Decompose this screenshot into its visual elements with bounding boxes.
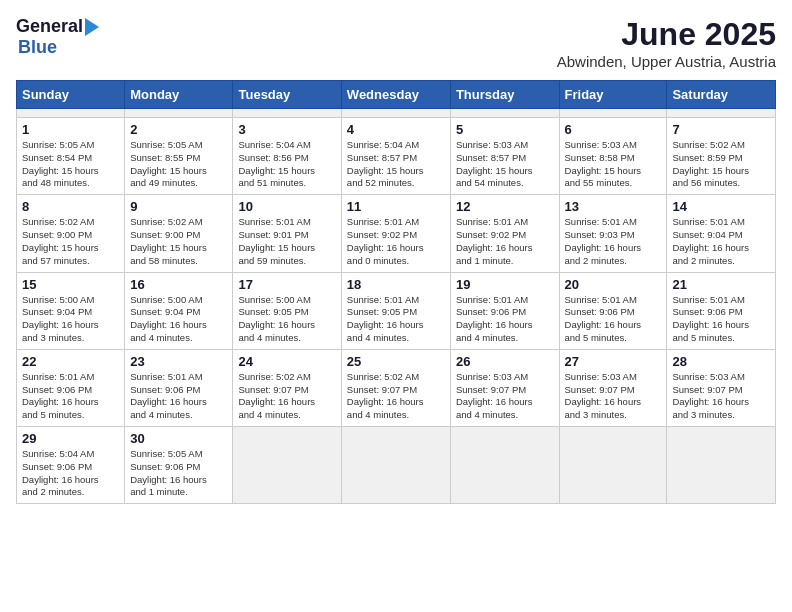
calendar-cell: 21Sunrise: 5:01 AM Sunset: 9:06 PM Dayli… xyxy=(667,272,776,349)
day-info: Sunrise: 5:01 AM Sunset: 9:02 PM Dayligh… xyxy=(456,216,554,267)
calendar-table: SundayMondayTuesdayWednesdayThursdayFrid… xyxy=(16,80,776,504)
calendar-cell xyxy=(341,109,450,118)
calendar-cell xyxy=(559,427,667,504)
calendar-cell xyxy=(341,427,450,504)
day-info: Sunrise: 5:02 AM Sunset: 8:59 PM Dayligh… xyxy=(672,139,770,190)
calendar-cell: 6Sunrise: 5:03 AM Sunset: 8:58 PM Daylig… xyxy=(559,118,667,195)
day-info: Sunrise: 5:00 AM Sunset: 9:04 PM Dayligh… xyxy=(130,294,227,345)
day-info: Sunrise: 5:01 AM Sunset: 9:02 PM Dayligh… xyxy=(347,216,445,267)
calendar-header-friday: Friday xyxy=(559,81,667,109)
day-number: 27 xyxy=(565,354,662,369)
day-number: 17 xyxy=(238,277,335,292)
calendar-cell xyxy=(233,427,341,504)
day-number: 26 xyxy=(456,354,554,369)
day-info: Sunrise: 5:00 AM Sunset: 9:05 PM Dayligh… xyxy=(238,294,335,345)
calendar-cell: 25Sunrise: 5:02 AM Sunset: 9:07 PM Dayli… xyxy=(341,349,450,426)
day-info: Sunrise: 5:01 AM Sunset: 9:01 PM Dayligh… xyxy=(238,216,335,267)
calendar-cell xyxy=(125,109,233,118)
day-info: Sunrise: 5:05 AM Sunset: 8:55 PM Dayligh… xyxy=(130,139,227,190)
day-number: 8 xyxy=(22,199,119,214)
calendar-cell: 7Sunrise: 5:02 AM Sunset: 8:59 PM Daylig… xyxy=(667,118,776,195)
day-info: Sunrise: 5:01 AM Sunset: 9:06 PM Dayligh… xyxy=(456,294,554,345)
calendar-week-1: 1Sunrise: 5:05 AM Sunset: 8:54 PM Daylig… xyxy=(17,118,776,195)
day-number: 3 xyxy=(238,122,335,137)
calendar-header-tuesday: Tuesday xyxy=(233,81,341,109)
calendar-cell: 24Sunrise: 5:02 AM Sunset: 9:07 PM Dayli… xyxy=(233,349,341,426)
day-info: Sunrise: 5:02 AM Sunset: 9:00 PM Dayligh… xyxy=(130,216,227,267)
day-number: 14 xyxy=(672,199,770,214)
calendar-header-saturday: Saturday xyxy=(667,81,776,109)
calendar-header-thursday: Thursday xyxy=(450,81,559,109)
logo-general: General xyxy=(16,16,83,37)
calendar-cell: 14Sunrise: 5:01 AM Sunset: 9:04 PM Dayli… xyxy=(667,195,776,272)
calendar-cell: 20Sunrise: 5:01 AM Sunset: 9:06 PM Dayli… xyxy=(559,272,667,349)
calendar-week-3: 15Sunrise: 5:00 AM Sunset: 9:04 PM Dayli… xyxy=(17,272,776,349)
day-info: Sunrise: 5:05 AM Sunset: 9:06 PM Dayligh… xyxy=(130,448,227,499)
month-title: June 2025 xyxy=(557,16,776,53)
calendar-cell xyxy=(667,109,776,118)
day-number: 13 xyxy=(565,199,662,214)
calendar-cell: 8Sunrise: 5:02 AM Sunset: 9:00 PM Daylig… xyxy=(17,195,125,272)
day-number: 10 xyxy=(238,199,335,214)
calendar-cell: 12Sunrise: 5:01 AM Sunset: 9:02 PM Dayli… xyxy=(450,195,559,272)
calendar-cell: 17Sunrise: 5:00 AM Sunset: 9:05 PM Dayli… xyxy=(233,272,341,349)
calendar-cell: 3Sunrise: 5:04 AM Sunset: 8:56 PM Daylig… xyxy=(233,118,341,195)
header: General Blue June 2025 Abwinden, Upper A… xyxy=(16,16,776,70)
calendar-cell: 5Sunrise: 5:03 AM Sunset: 8:57 PM Daylig… xyxy=(450,118,559,195)
calendar-cell: 13Sunrise: 5:01 AM Sunset: 9:03 PM Dayli… xyxy=(559,195,667,272)
calendar-cell xyxy=(667,427,776,504)
day-info: Sunrise: 5:01 AM Sunset: 9:06 PM Dayligh… xyxy=(22,371,119,422)
day-number: 18 xyxy=(347,277,445,292)
day-number: 6 xyxy=(565,122,662,137)
calendar-cell xyxy=(559,109,667,118)
day-info: Sunrise: 5:04 AM Sunset: 8:57 PM Dayligh… xyxy=(347,139,445,190)
day-info: Sunrise: 5:02 AM Sunset: 9:07 PM Dayligh… xyxy=(347,371,445,422)
calendar-week-4: 22Sunrise: 5:01 AM Sunset: 9:06 PM Dayli… xyxy=(17,349,776,426)
calendar-cell: 15Sunrise: 5:00 AM Sunset: 9:04 PM Dayli… xyxy=(17,272,125,349)
calendar-cell xyxy=(450,109,559,118)
location-title: Abwinden, Upper Austria, Austria xyxy=(557,53,776,70)
day-number: 25 xyxy=(347,354,445,369)
calendar-header-row: SundayMondayTuesdayWednesdayThursdayFrid… xyxy=(17,81,776,109)
calendar-cell: 1Sunrise: 5:05 AM Sunset: 8:54 PM Daylig… xyxy=(17,118,125,195)
day-info: Sunrise: 5:01 AM Sunset: 9:04 PM Dayligh… xyxy=(672,216,770,267)
calendar-week-5: 29Sunrise: 5:04 AM Sunset: 9:06 PM Dayli… xyxy=(17,427,776,504)
day-info: Sunrise: 5:03 AM Sunset: 9:07 PM Dayligh… xyxy=(672,371,770,422)
day-number: 28 xyxy=(672,354,770,369)
day-info: Sunrise: 5:03 AM Sunset: 8:57 PM Dayligh… xyxy=(456,139,554,190)
calendar-cell xyxy=(450,427,559,504)
calendar-cell: 26Sunrise: 5:03 AM Sunset: 9:07 PM Dayli… xyxy=(450,349,559,426)
day-info: Sunrise: 5:00 AM Sunset: 9:04 PM Dayligh… xyxy=(22,294,119,345)
day-number: 9 xyxy=(130,199,227,214)
calendar-cell: 16Sunrise: 5:00 AM Sunset: 9:04 PM Dayli… xyxy=(125,272,233,349)
calendar-cell: 18Sunrise: 5:01 AM Sunset: 9:05 PM Dayli… xyxy=(341,272,450,349)
calendar-cell: 4Sunrise: 5:04 AM Sunset: 8:57 PM Daylig… xyxy=(341,118,450,195)
calendar-cell: 30Sunrise: 5:05 AM Sunset: 9:06 PM Dayli… xyxy=(125,427,233,504)
day-number: 1 xyxy=(22,122,119,137)
calendar-cell: 22Sunrise: 5:01 AM Sunset: 9:06 PM Dayli… xyxy=(17,349,125,426)
calendar-cell: 28Sunrise: 5:03 AM Sunset: 9:07 PM Dayli… xyxy=(667,349,776,426)
calendar-header-monday: Monday xyxy=(125,81,233,109)
day-info: Sunrise: 5:02 AM Sunset: 9:07 PM Dayligh… xyxy=(238,371,335,422)
calendar-cell: 2Sunrise: 5:05 AM Sunset: 8:55 PM Daylig… xyxy=(125,118,233,195)
day-number: 2 xyxy=(130,122,227,137)
day-info: Sunrise: 5:05 AM Sunset: 8:54 PM Dayligh… xyxy=(22,139,119,190)
day-info: Sunrise: 5:01 AM Sunset: 9:06 PM Dayligh… xyxy=(672,294,770,345)
day-number: 30 xyxy=(130,431,227,446)
calendar-week-2: 8Sunrise: 5:02 AM Sunset: 9:00 PM Daylig… xyxy=(17,195,776,272)
day-info: Sunrise: 5:01 AM Sunset: 9:06 PM Dayligh… xyxy=(130,371,227,422)
day-number: 15 xyxy=(22,277,119,292)
calendar-cell: 10Sunrise: 5:01 AM Sunset: 9:01 PM Dayli… xyxy=(233,195,341,272)
day-info: Sunrise: 5:02 AM Sunset: 9:00 PM Dayligh… xyxy=(22,216,119,267)
day-number: 23 xyxy=(130,354,227,369)
day-number: 5 xyxy=(456,122,554,137)
calendar-cell: 27Sunrise: 5:03 AM Sunset: 9:07 PM Dayli… xyxy=(559,349,667,426)
day-number: 7 xyxy=(672,122,770,137)
day-number: 12 xyxy=(456,199,554,214)
day-number: 20 xyxy=(565,277,662,292)
calendar-cell: 23Sunrise: 5:01 AM Sunset: 9:06 PM Dayli… xyxy=(125,349,233,426)
calendar-header-sunday: Sunday xyxy=(17,81,125,109)
calendar-cell: 19Sunrise: 5:01 AM Sunset: 9:06 PM Dayli… xyxy=(450,272,559,349)
day-info: Sunrise: 5:01 AM Sunset: 9:06 PM Dayligh… xyxy=(565,294,662,345)
day-number: 11 xyxy=(347,199,445,214)
